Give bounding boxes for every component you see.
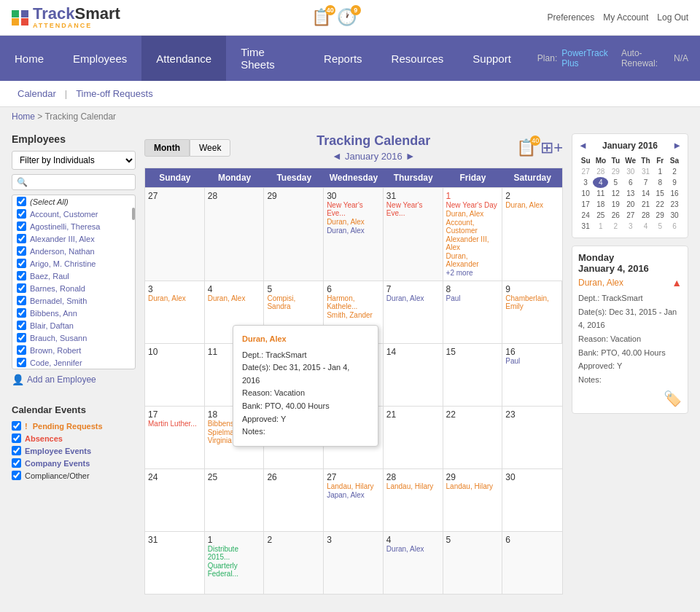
- mini-cal-day[interactable]: 28: [593, 166, 608, 177]
- mini-cal-day[interactable]: 14: [638, 188, 653, 199]
- cal-entry[interactable]: Landau, Hilary: [386, 482, 440, 490]
- event-checkbox[interactable]: [12, 471, 21, 480]
- mini-cal-day[interactable]: 17: [578, 199, 593, 210]
- mini-cal-day[interactable]: 15: [653, 188, 666, 199]
- mini-cal-day[interactable]: 8: [653, 177, 666, 188]
- plan-link[interactable]: PowerTrack Plus: [561, 48, 617, 68]
- cal-day[interactable]: 2: [264, 532, 324, 594]
- emp-checkbox[interactable]: [17, 321, 26, 330]
- cal-day[interactable]: 14: [384, 344, 443, 406]
- nav-reports[interactable]: Reports: [309, 36, 377, 81]
- cal-day[interactable]: 28 Landau, Hilary: [384, 469, 443, 531]
- cal-entry[interactable]: Chamberlain, Emily: [505, 294, 559, 310]
- mini-cal-day[interactable]: 10: [578, 188, 593, 199]
- cal-entry[interactable]: Duran, Alex: [446, 210, 499, 218]
- mini-cal-day[interactable]: 3: [623, 221, 638, 232]
- list-item[interactable]: Barnes, Ronald: [12, 282, 135, 294]
- calendar-print-button[interactable]: 📋 40: [516, 138, 536, 157]
- list-item[interactable]: Bibbens, Ann: [12, 307, 135, 319]
- cal-entry[interactable]: Landau, Hilary: [446, 482, 499, 490]
- cal-day[interactable]: 6: [502, 532, 562, 594]
- cal-entry[interactable]: Duran, Alex: [148, 294, 201, 302]
- mini-cal-day[interactable]: 6: [623, 177, 638, 188]
- list-item[interactable]: Code, Jennifer: [12, 356, 135, 369]
- cal-day[interactable]: 21: [384, 407, 443, 468]
- cal-entry[interactable]: Paul: [505, 357, 559, 365]
- cal-day[interactable]: 27: [145, 188, 205, 280]
- cal-entry[interactable]: Duran, Alex: [505, 201, 559, 209]
- mini-next-arrow[interactable]: ►: [672, 140, 682, 151]
- more-link[interactable]: +2 more: [446, 269, 499, 277]
- mini-cal-day[interactable]: 24: [578, 210, 593, 221]
- event-absences[interactable]: Absences: [12, 432, 136, 444]
- cal-entry[interactable]: New Year's Eve...: [327, 201, 380, 217]
- mini-cal-day[interactable]: 29: [608, 166, 623, 177]
- cal-day[interactable]: 7 Duran, Alex: [384, 281, 443, 343]
- cal-day[interactable]: 3: [324, 532, 384, 594]
- mini-cal-day[interactable]: 23: [667, 199, 682, 210]
- mini-cal-day[interactable]: 13: [623, 188, 638, 199]
- mini-cal-day[interactable]: 22: [653, 199, 666, 210]
- cal-day[interactable]: 31: [145, 532, 205, 594]
- emp-checkbox[interactable]: [17, 246, 26, 256]
- nav-attendance[interactable]: Attendance: [141, 36, 226, 81]
- mini-cal-day[interactable]: 1: [653, 166, 666, 177]
- nav-support[interactable]: Support: [458, 36, 526, 81]
- mini-cal-day[interactable]: 6: [667, 221, 682, 232]
- mini-cal-day[interactable]: 7: [638, 177, 653, 188]
- event-employee[interactable]: Employee Events: [12, 444, 136, 457]
- breadcrumb-home[interactable]: Home: [12, 111, 35, 122]
- cal-entry[interactable]: Duran, Alex: [327, 227, 380, 235]
- list-item[interactable]: Agostinelli, Theresa: [12, 220, 135, 232]
- mini-cal-day[interactable]: 31: [578, 221, 593, 232]
- cal-entry[interactable]: Landau, Hilary: [327, 482, 380, 490]
- nav-home[interactable]: Home: [0, 36, 58, 81]
- mini-cal-day[interactable]: 1: [593, 221, 608, 232]
- cal-day[interactable]: 28: [205, 188, 265, 280]
- cal-day[interactable]: 25: [205, 469, 265, 531]
- cal-entry[interactable]: Smith, Zander: [327, 311, 380, 319]
- cal-day[interactable]: 4 Duran, Alex: [384, 532, 443, 594]
- emp-checkbox[interactable]: [17, 358, 26, 367]
- cal-day[interactable]: 23: [502, 407, 562, 468]
- cal-entry[interactable]: New Year's Day: [446, 201, 499, 209]
- mini-cal-day[interactable]: 26: [608, 210, 623, 221]
- cal-day[interactable]: 29 Landau, Hilary: [443, 469, 503, 531]
- subnav-timeoff[interactable]: Time-off Requests: [70, 85, 159, 102]
- notification-badge[interactable]: 📋 40: [311, 8, 331, 27]
- cal-day[interactable]: 15: [443, 344, 503, 406]
- detail-up-arrow[interactable]: ▲: [672, 277, 682, 289]
- mini-cal-day[interactable]: 28: [638, 210, 653, 221]
- cal-day[interactable]: 30 New Year's Eve... Duran, Alex Duran, …: [324, 188, 384, 280]
- cal-entry[interactable]: Japan, Alex: [327, 491, 380, 499]
- mini-cal-day[interactable]: 30: [667, 210, 682, 221]
- list-item[interactable]: Bernadel, Smith: [12, 294, 135, 307]
- my-account-link[interactable]: My Account: [603, 12, 648, 23]
- cal-entry[interactable]: Paul: [446, 294, 499, 302]
- emp-checkbox[interactable]: [17, 296, 26, 305]
- cal-day[interactable]: 30: [502, 469, 562, 531]
- mini-cal-day[interactable]: 4: [638, 221, 653, 232]
- calendar-badge[interactable]: 🕐 9: [337, 8, 357, 27]
- event-checkbox[interactable]: [12, 434, 21, 443]
- nav-employees[interactable]: Employees: [58, 36, 141, 81]
- cal-day[interactable]: 3 Duran, Alex: [145, 281, 205, 343]
- preferences-link[interactable]: Preferences: [548, 12, 595, 23]
- list-item[interactable]: Blair, Daftan: [12, 319, 135, 332]
- cal-entry[interactable]: Harmon, Kathele...: [327, 294, 380, 310]
- cal-day[interactable]: 17 Martin Luther...: [145, 407, 205, 468]
- emp-checkbox[interactable]: [17, 345, 26, 355]
- detail-tag-icon[interactable]: 🏷️: [664, 391, 682, 407]
- cal-entry[interactable]: Distribute 2015...: [208, 545, 261, 561]
- list-item[interactable]: Alexander III, Alex: [12, 232, 135, 245]
- event-company[interactable]: Company Events: [12, 457, 136, 469]
- emp-checkbox[interactable]: [17, 308, 26, 318]
- cal-day[interactable]: 27 Landau, Hilary Japan, Alex: [324, 469, 384, 531]
- logout-link[interactable]: Log Out: [657, 12, 688, 23]
- mini-cal-day[interactable]: 5: [608, 177, 623, 188]
- mini-cal-day[interactable]: 18: [593, 199, 608, 210]
- emp-checkbox[interactable]: [17, 259, 26, 268]
- cal-day[interactable]: 2 Duran, Alex: [502, 188, 562, 280]
- cal-entry[interactable]: Duran, Alex: [386, 545, 440, 553]
- cal-day[interactable]: 16 Paul: [502, 344, 562, 406]
